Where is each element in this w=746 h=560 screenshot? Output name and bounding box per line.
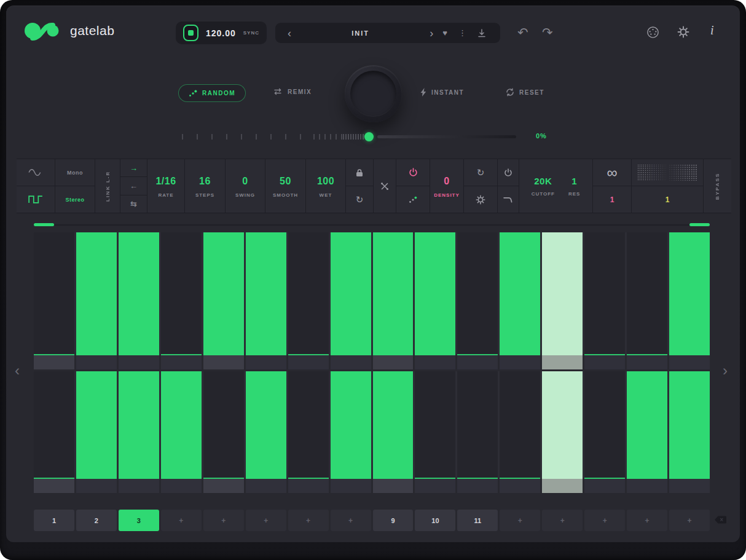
smooth-control[interactable]: 50 SMOOTH xyxy=(265,159,306,213)
pattern-slot-7[interactable]: + xyxy=(288,510,329,531)
step-handle-11[interactable] xyxy=(457,479,498,493)
step-handle-3[interactable] xyxy=(119,355,159,369)
step-handle-3[interactable] xyxy=(119,479,159,493)
pattern-slot-6[interactable]: + xyxy=(246,510,286,531)
step-handle-6[interactable] xyxy=(246,355,286,369)
step-cell-bottom-11[interactable] xyxy=(457,371,498,479)
info-icon[interactable]: i xyxy=(710,23,714,37)
loop-start-marker[interactable] xyxy=(34,223,54,226)
sync-toggle[interactable]: SYNC xyxy=(243,30,259,36)
steps-control[interactable]: 16 STEPS xyxy=(185,159,226,213)
step-cell-bottom-12[interactable] xyxy=(500,371,540,479)
direction-backward-button[interactable]: ← xyxy=(120,177,147,195)
reset-button[interactable]: RESET xyxy=(506,88,544,97)
step-cell-bottom-14[interactable] xyxy=(584,371,625,479)
step-cell-bottom-1[interactable] xyxy=(34,371,74,479)
step-handle-12[interactable] xyxy=(500,479,540,493)
pattern-slot-3[interactable]: 3 xyxy=(119,510,159,531)
step-bar-bottom-3[interactable] xyxy=(119,371,159,479)
keyboard-remove-icon[interactable] xyxy=(714,516,727,524)
step-cell-bottom-6[interactable] xyxy=(246,371,286,479)
step-bar-bottom-16[interactable] xyxy=(669,371,710,479)
direction-pingpong-button[interactable]: ⇆ xyxy=(120,195,147,213)
step-handle-5[interactable] xyxy=(203,479,244,493)
step-cell-bottom-5[interactable] xyxy=(203,371,244,479)
sequencer-prev-page-button[interactable]: ‹ xyxy=(15,363,20,378)
favorite-heart-icon[interactable]: ♥ xyxy=(437,28,453,37)
step-cell-top-14[interactable] xyxy=(584,232,625,355)
main-gate-knob[interactable] xyxy=(345,65,402,122)
step-handle-2[interactable] xyxy=(76,355,117,369)
step-cell-top-12[interactable] xyxy=(500,232,540,355)
step-handle-8[interactable] xyxy=(331,479,371,493)
step-handle-14[interactable] xyxy=(584,355,625,369)
preset-menu-kebab-icon[interactable]: ⋮ xyxy=(453,28,472,37)
density-settings-button[interactable] xyxy=(464,186,497,213)
step-cell-bottom-7[interactable] xyxy=(288,371,329,479)
randomize-amount-track[interactable] xyxy=(377,135,516,138)
step-handle-8[interactable] xyxy=(331,355,371,369)
save-download-icon[interactable] xyxy=(472,29,492,37)
pattern-slot-15[interactable]: + xyxy=(627,510,667,531)
step-handle-10[interactable] xyxy=(415,479,455,493)
loop-end-marker[interactable] xyxy=(689,223,710,226)
step-cell-top-16[interactable] xyxy=(669,232,710,355)
square-wave-button[interactable] xyxy=(17,186,55,213)
step-handle-12[interactable] xyxy=(500,355,540,369)
step-bar-bottom-9[interactable] xyxy=(373,371,414,479)
step-handle-9[interactable] xyxy=(373,355,414,369)
stop-button[interactable] xyxy=(183,25,198,41)
step-cell-bottom-8[interactable] xyxy=(331,371,371,479)
link-lr-toggle[interactable]: LINK L-R xyxy=(95,159,120,213)
step-cell-top-3[interactable] xyxy=(119,232,159,355)
step-bar-bottom-15[interactable] xyxy=(627,371,667,479)
pattern-slot-11[interactable]: 11 xyxy=(457,510,498,531)
step-cell-top-15[interactable] xyxy=(627,232,667,355)
step-handle-10[interactable] xyxy=(415,355,455,369)
step-cell-bottom-15[interactable] xyxy=(627,371,667,479)
density-random-button[interactable] xyxy=(396,186,430,213)
step-cell-top-10[interactable] xyxy=(415,232,455,355)
step-bar-top-6[interactable] xyxy=(246,232,286,355)
pattern-slot-8[interactable]: + xyxy=(331,510,371,531)
step-handle-5[interactable] xyxy=(203,355,244,369)
step-handle-16[interactable] xyxy=(669,355,710,369)
pattern-slot-5[interactable]: + xyxy=(203,510,244,531)
step-handle-13[interactable] xyxy=(542,479,583,493)
step-cell-top-2[interactable] xyxy=(76,232,117,355)
step-cell-bottom-3[interactable] xyxy=(119,371,159,479)
mono-button[interactable]: Mono xyxy=(55,159,95,186)
midi-settings-icon[interactable] xyxy=(646,26,659,39)
step-bar-top-8[interactable] xyxy=(331,232,371,355)
step-handle-7[interactable] xyxy=(288,479,329,493)
pattern-slot-13[interactable]: + xyxy=(542,510,583,531)
step-bar-top-10[interactable] xyxy=(415,232,455,355)
step-handle-11[interactable] xyxy=(457,355,498,369)
step-handle-15[interactable] xyxy=(627,355,667,369)
density-control[interactable]: 0 DENSITY xyxy=(430,159,464,213)
noise-textures[interactable] xyxy=(632,159,703,186)
step-cell-bottom-10[interactable] xyxy=(415,371,455,479)
cycle-button[interactable]: ↻ xyxy=(346,186,373,213)
preset-prev-button[interactable]: ‹ xyxy=(284,28,295,39)
density-power-button[interactable] xyxy=(396,159,430,186)
step-handle-13[interactable] xyxy=(542,355,583,369)
bpm-display[interactable]: 120.00 xyxy=(206,28,236,38)
noise-texture-a-icon[interactable] xyxy=(637,164,666,181)
preset-name[interactable]: INIT xyxy=(295,30,426,37)
step-cell-top-13[interactable] xyxy=(542,232,583,355)
step-bar-top-12[interactable] xyxy=(500,232,540,355)
settings-gear-icon[interactable] xyxy=(677,26,689,38)
step-cell-bottom-13[interactable] xyxy=(542,371,583,479)
pattern-slot-2[interactable]: 2 xyxy=(76,510,117,531)
step-cell-top-9[interactable] xyxy=(373,232,414,355)
step-cell-top-8[interactable] xyxy=(331,232,371,355)
direction-forward-button[interactable]: → xyxy=(120,159,147,177)
stereo-button[interactable]: Stereo xyxy=(55,186,95,213)
redo-button[interactable]: ↷ xyxy=(542,25,553,40)
step-cell-bottom-9[interactable] xyxy=(373,371,414,479)
step-bar-top-2[interactable] xyxy=(76,232,117,355)
noise-slot-selector[interactable]: 1 xyxy=(632,186,703,213)
step-handle-4[interactable] xyxy=(161,479,202,493)
step-cell-top-1[interactable] xyxy=(34,232,74,355)
